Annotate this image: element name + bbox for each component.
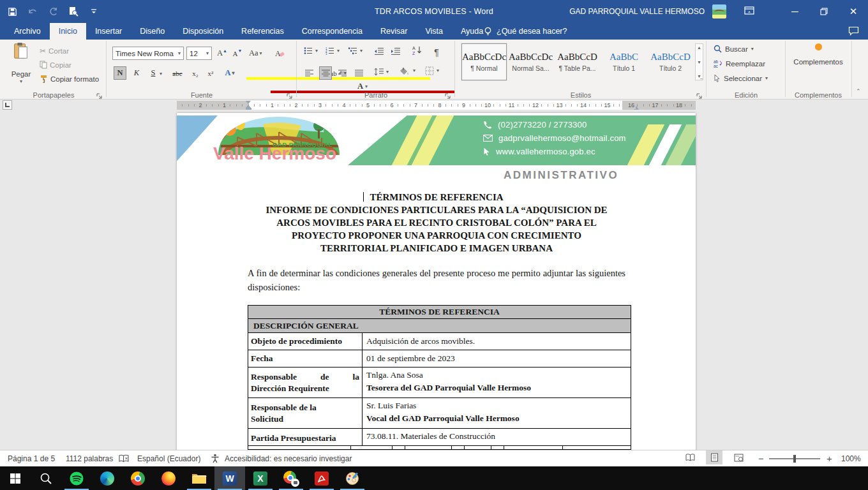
cut-button[interactable]: ✂Cortar bbox=[40, 47, 69, 56]
save-icon[interactable] bbox=[6, 6, 18, 17]
addins-button[interactable]: Complementos bbox=[786, 43, 850, 66]
web-layout-button[interactable] bbox=[730, 450, 747, 464]
subscript-button[interactable]: x₂ bbox=[189, 66, 202, 80]
line-spacing-button[interactable]: ▾ bbox=[374, 68, 389, 76]
language-indicator[interactable]: Español (Ecuador) bbox=[137, 450, 200, 466]
read-mode-button[interactable] bbox=[682, 450, 698, 464]
taskbar-file-explorer[interactable] bbox=[184, 466, 214, 490]
font-dialog-launcher[interactable] bbox=[287, 91, 294, 98]
replace-button[interactable]: abac Reemplazar bbox=[714, 59, 765, 68]
customize-quick-access-icon[interactable] bbox=[88, 6, 100, 17]
tab-inicio[interactable]: Inicio bbox=[50, 23, 86, 40]
multilevel-list-button[interactable]: ▾ bbox=[348, 47, 363, 55]
comments-icon[interactable] bbox=[848, 26, 859, 38]
tab-diseño[interactable]: Diseño bbox=[131, 23, 174, 40]
grow-font-button[interactable]: A▲ bbox=[216, 47, 228, 60]
undo-icon[interactable] bbox=[27, 6, 38, 17]
restore-button[interactable] bbox=[809, 0, 839, 23]
tab-archivo[interactable]: Archivo bbox=[5, 23, 50, 40]
zoom-percentage[interactable]: 100% bbox=[841, 450, 861, 466]
text-effects-button[interactable]: A▾ bbox=[223, 66, 236, 80]
align-left-button[interactable] bbox=[303, 66, 315, 80]
accessibility-status[interactable]: Accesibilidad: es necesario investigar bbox=[225, 450, 352, 466]
select-button[interactable]: Seleccionar▾ bbox=[714, 74, 768, 82]
tab-vista[interactable]: Vista bbox=[416, 23, 452, 40]
zoom-out-button[interactable]: − bbox=[758, 450, 764, 466]
paste-button[interactable]: ​ Pegar ▾ bbox=[6, 42, 36, 84]
account-avatar[interactable] bbox=[712, 4, 726, 19]
tab-referencias[interactable]: Referencias bbox=[232, 23, 293, 40]
numbering-button[interactable]: 123▾ bbox=[326, 47, 340, 55]
word-count[interactable]: 1112 palabras bbox=[66, 450, 113, 466]
bullets-button[interactable]: ▾ bbox=[304, 47, 318, 55]
taskbar-spotify[interactable] bbox=[61, 466, 92, 490]
find-button[interactable]: Buscar▾ bbox=[714, 45, 754, 53]
style-table-pa[interactable]: AaBbCcD¶ Table Pa... bbox=[555, 43, 600, 80]
font-size-select[interactable]: 12▾ bbox=[186, 47, 212, 60]
change-case-button[interactable]: Aa▾ bbox=[249, 47, 262, 60]
styles-dialog-launcher[interactable] bbox=[696, 91, 703, 98]
clear-formatting-button[interactable]: A bbox=[273, 47, 286, 60]
redo-icon[interactable] bbox=[47, 6, 59, 17]
clipboard-dialog-launcher[interactable] bbox=[96, 91, 103, 98]
align-right-button[interactable] bbox=[336, 66, 348, 80]
taskbar-paint[interactable] bbox=[337, 466, 368, 490]
reference-table[interactable]: TÉRMINOS DE REFERENCIA DESCRIPCIÓN GENER… bbox=[248, 305, 631, 450]
document-page[interactable]: (02)2773220 / 2773300 gadprvallehermoso@… bbox=[177, 113, 696, 450]
tell-me-box[interactable]: ¿Qué desea hacer? bbox=[477, 23, 574, 40]
tab-disposición[interactable]: Disposición bbox=[174, 23, 232, 40]
tab-selector[interactable] bbox=[3, 100, 12, 110]
zoom-slider-thumb[interactable] bbox=[793, 455, 796, 463]
first-line-indent-marker[interactable] bbox=[246, 101, 251, 104]
taskbar-excel[interactable]: X bbox=[245, 466, 276, 490]
ribbon-display-options-icon[interactable] bbox=[744, 6, 754, 17]
tab-correspondencia[interactable]: Correspondencia bbox=[293, 23, 371, 40]
italic-button[interactable]: K bbox=[130, 66, 143, 80]
account-name[interactable]: GAD PARROQUIAL VALLE HERMOSO bbox=[569, 7, 705, 16]
taskbar-word[interactable]: W bbox=[214, 466, 245, 490]
zoom-in-button[interactable]: + bbox=[827, 450, 832, 466]
print-preview-icon[interactable] bbox=[68, 6, 79, 17]
strikethrough-button[interactable]: abc bbox=[171, 66, 184, 80]
bold-button[interactable]: N bbox=[114, 66, 126, 80]
style-título-1[interactable]: AaBbCTítulo 1 bbox=[601, 43, 647, 80]
taskbar-search-button[interactable] bbox=[31, 466, 61, 490]
close-button[interactable]: ✕ bbox=[839, 0, 868, 23]
style-título-2[interactable]: AaBbCcDTítulo 2 bbox=[648, 43, 693, 80]
format-painter-button[interactable]: Copiar formato bbox=[40, 75, 99, 83]
superscript-button[interactable]: x² bbox=[204, 66, 217, 80]
collapse-ribbon-button[interactable]: ⌃ bbox=[856, 88, 861, 94]
taskbar-edge[interactable] bbox=[92, 466, 123, 490]
increase-indent-button[interactable] bbox=[391, 47, 401, 58]
taskbar-chrome[interactable] bbox=[123, 466, 153, 490]
underline-button[interactable]: S bbox=[147, 66, 160, 80]
shading-button[interactable]: ▾ bbox=[400, 66, 415, 75]
page-indicator[interactable]: Página 1 de 5 bbox=[8, 450, 55, 466]
intro-paragraph[interactable]: A fin de determinar las condiciones gene… bbox=[248, 266, 625, 294]
tab-revisar[interactable]: Revisar bbox=[371, 23, 416, 40]
left-indent-marker[interactable] bbox=[246, 108, 251, 110]
style-normal[interactable]: AaBbCcDc¶ Normal bbox=[461, 43, 507, 80]
sort-button[interactable]: AZ bbox=[412, 45, 423, 58]
start-button[interactable] bbox=[0, 466, 31, 490]
borders-button[interactable]: ▾ bbox=[425, 66, 439, 75]
zoom-slider[interactable] bbox=[769, 450, 820, 466]
underline-dropdown[interactable]: ▾ bbox=[160, 71, 162, 77]
proofing-icon[interactable] bbox=[119, 450, 129, 466]
tab-insertar[interactable]: Insertar bbox=[86, 23, 131, 40]
style-normal-sa[interactable]: AaBbCcDcNormal Sa... bbox=[508, 43, 553, 80]
paragraph-dialog-launcher[interactable] bbox=[445, 91, 452, 98]
copy-button[interactable]: Copiar bbox=[40, 61, 71, 69]
font-family-select[interactable]: Times New Roma▾ bbox=[112, 47, 184, 60]
ruler[interactable]: 21123456789101112131415161718 bbox=[177, 101, 696, 110]
taskbar-acrobat[interactable] bbox=[306, 466, 337, 490]
show-paragraph-marks-button[interactable]: ¶ bbox=[430, 45, 443, 59]
print-layout-button[interactable] bbox=[706, 450, 722, 464]
decrease-indent-button[interactable] bbox=[374, 47, 384, 58]
justify-button[interactable] bbox=[352, 66, 365, 80]
align-center-button[interactable] bbox=[319, 66, 332, 80]
styles-gallery-scrollbar[interactable]: ▲▼▼̲ bbox=[695, 43, 703, 80]
taskbar-firefox[interactable] bbox=[153, 466, 184, 490]
document-title[interactable]: TÉRMINOS DE REFERENCIA INFORME DE CONDIC… bbox=[248, 191, 625, 255]
minimize-button[interactable] bbox=[780, 0, 809, 23]
